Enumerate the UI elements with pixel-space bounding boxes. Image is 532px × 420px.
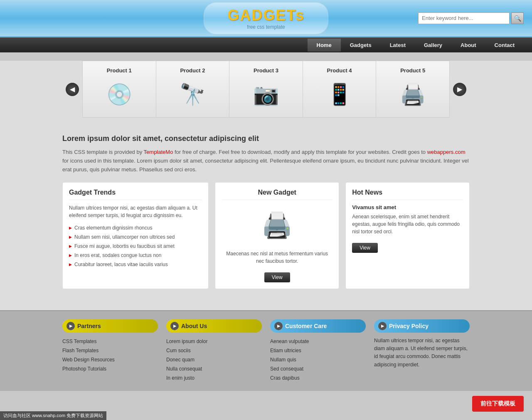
about-links: Lorem ipsum dolorCum sociisDonec quamNul… (166, 337, 262, 383)
columns: Gadget Trends Nullam ultrices tempor nis… (62, 182, 470, 289)
footer-link[interactable]: Nulla consequat (166, 366, 202, 372)
footer-link[interactable]: Photoshop Tutorials (62, 366, 106, 372)
footer-link[interactable]: Cras dapibus (270, 375, 300, 381)
footer-link[interactable]: Nullam quis (270, 357, 296, 363)
footer-about-title: ▶ About Us (166, 319, 262, 333)
main-wrapper: ◀ Product 1 💿Product 2 🔭Product 3 📷Produ… (0, 61, 532, 310)
list-item: Nulla consequat (166, 364, 262, 373)
list-item: In eros erat, sodales congue luctus non (69, 251, 202, 260)
footer-link[interactable]: In enim justo (166, 375, 195, 381)
nav-item-latest[interactable]: Latest (381, 39, 415, 52)
list-item: Flash Templates (62, 346, 158, 355)
carousel: Product 1 💿Product 2 🔭Product 3 📷Product… (82, 61, 450, 118)
footer-privacy-text: Nullam ultrices tempor nisi, ac egestas … (374, 337, 470, 369)
list-item: Curabitur laoreet, lacus vitae iaculis v… (69, 260, 202, 269)
logo-title: GADGETs (227, 7, 304, 24)
footer-link[interactable]: Flash Templates (62, 348, 99, 353)
nav-item-home[interactable]: Home (308, 39, 341, 52)
carousel-container: ◀ Product 1 💿Product 2 🔭Product 3 📷Produ… (62, 61, 470, 118)
footer-link[interactable]: Sed consequat (270, 366, 303, 372)
list-item: Nullam sem nisi, ullamcorper non ultrice… (69, 232, 202, 242)
list-item: Donec quam (166, 355, 262, 364)
footer-inner: ▶ Partners CSS TemplatesFlash TemplatesW… (62, 319, 470, 391)
gadget-trends-intro: Nullam ultrices tempor nisi, ac egestas … (69, 204, 202, 219)
search-input[interactable] (418, 12, 510, 24)
header: GADGETs free css template 🔍 (0, 0, 532, 37)
carousel-item: Product 3 📷 (229, 61, 303, 117)
search-icon: 🔍 (514, 15, 521, 22)
nav-item-contact[interactable]: Contact (485, 39, 524, 52)
carousel-item-title: Product 4 (327, 67, 352, 74)
new-gadget-view-button[interactable]: View (264, 272, 290, 282)
footer-privacy: ▶ Privacy Policy Nullam ultrices tempor … (374, 319, 470, 383)
hot-news-subtitle: Vivamus sit amet (352, 204, 463, 210)
nav-list: HomeGadgetsLatestGalleryAboutContact (308, 39, 524, 52)
footer-link[interactable]: CSS Templates (62, 338, 96, 344)
footer-customer-care-title: ▶ Customer Care (270, 319, 366, 333)
privacy-icon: ▶ (378, 322, 387, 330)
carousel-prev-button[interactable]: ◀ (66, 83, 79, 96)
footer-link[interactable]: Lorem ipsum dolor (166, 338, 207, 344)
webappers-link[interactable]: webappers.com (427, 149, 466, 155)
footer-partners: ▶ Partners CSS TemplatesFlash TemplatesW… (62, 319, 158, 383)
footer-link[interactable]: Etiam ultricies (270, 348, 301, 353)
footer-link[interactable]: Aenean vulputate (270, 338, 309, 344)
list-item: Aenean vulputate (270, 337, 366, 346)
nav-item-gadgets[interactable]: Gadgets (341, 39, 381, 52)
gadget-trends-title: Gadget Trends (69, 189, 202, 200)
product-icon: 💿 (96, 78, 142, 111)
list-item: Fusce mi augue, lobortis eu faucibus sit… (69, 242, 202, 251)
new-gadget-box: New Gadget 🖨️ Maecenas nec nisl at metus… (215, 182, 339, 289)
search-button[interactable]: 🔍 (511, 12, 524, 24)
hot-news-box: Hot News Vivamus sit amet Aenean sceleri… (345, 182, 470, 289)
templatemo-link[interactable]: TemplateMo (144, 149, 173, 155)
new-gadget-icon: 🖨️ (252, 204, 302, 246)
gadget-trends-box: Gadget Trends Nullam ultrices tempor nis… (62, 182, 209, 289)
nav-item-about[interactable]: About (451, 39, 485, 52)
footer-privacy-title: ▶ Privacy Policy (374, 319, 470, 333)
footer-link[interactable]: Web Design Resources (62, 357, 115, 363)
list-item: Sed consequat (270, 364, 366, 373)
list-item: Cum sociis (166, 346, 262, 355)
footer-link[interactable]: Cum sociis (166, 348, 191, 353)
nav-item-gallery[interactable]: Gallery (415, 39, 451, 52)
carousel-item-title: Product 1 (107, 67, 132, 74)
list-item: Etiam ultricies (270, 346, 366, 355)
logo-subtitle: free css template (247, 24, 285, 30)
list-item: Lorem ipsum dolor (166, 337, 262, 346)
hot-news-view-button[interactable]: View (352, 243, 378, 253)
footer: ▶ Partners CSS TemplatesFlash TemplatesW… (0, 310, 532, 391)
carousel-item-title: Product 2 (180, 67, 205, 74)
customer-links: Aenean vulputateEtiam ultriciesNullam qu… (270, 337, 366, 383)
new-gadget-text: Maecenas nec nisl at metus fermentum var… (222, 250, 332, 265)
list-item: Web Design Resources (62, 355, 158, 364)
product-icon: 🔭 (170, 78, 215, 111)
hot-news-title: Hot News (352, 189, 463, 200)
carousel-next-button[interactable]: ▶ (453, 83, 466, 96)
partners-links: CSS TemplatesFlash TemplatesWeb Design R… (62, 337, 158, 373)
main-text: This CSS template is provided by Templat… (62, 148, 470, 174)
product-icon: 📷 (243, 78, 289, 111)
new-gadget-title: New Gadget (222, 189, 332, 200)
product-icon: 🖨️ (390, 78, 436, 111)
list-item: Nullam quis (270, 355, 366, 364)
trends-list: Cras elementum dignissim rhoncusNullam s… (69, 223, 202, 269)
footer-customer-care: ▶ Customer Care Aenean vulputateEtiam ul… (270, 319, 366, 383)
nav: HomeGadgetsLatestGalleryAboutContact (0, 37, 532, 52)
footer-partners-title: ▶ Partners (62, 319, 158, 333)
main-heading: Lorem ipsum dolor sit amet, consectetur … (62, 134, 470, 143)
product-icon: 📱 (317, 78, 362, 111)
list-item: CSS Templates (62, 337, 158, 346)
partners-icon: ▶ (66, 322, 75, 330)
carousel-item: Product 5 🖨️ (376, 61, 449, 117)
carousel-item: Product 1 💿 (83, 61, 156, 117)
list-item: In enim justo (166, 373, 262, 383)
about-icon: ▶ (170, 322, 179, 330)
carousel-item-title: Product 5 (400, 67, 425, 74)
hot-news-text: Aenean scelerisque, enim sit amet hendre… (352, 213, 463, 235)
list-item: Cras dapibus (270, 373, 366, 383)
list-item: Photoshop Tutorials (62, 364, 158, 373)
carousel-item: Product 4 📱 (303, 61, 377, 117)
content-area: Lorem ipsum dolor sit amet, consectetur … (62, 126, 470, 297)
footer-link[interactable]: Donec quam (166, 357, 195, 363)
